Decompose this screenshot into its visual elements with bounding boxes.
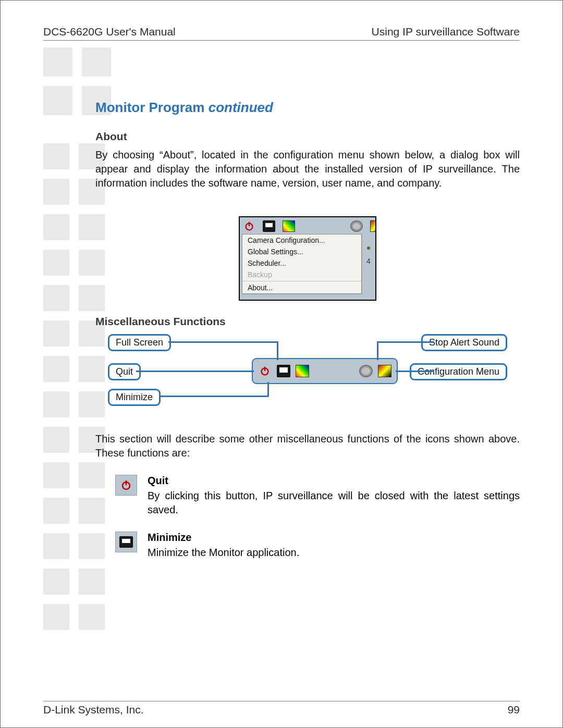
monitor-icon [277,365,290,377]
menu-item[interactable]: About... [242,282,361,293]
about-text: By choosing “About”, located in the conf… [95,148,520,190]
toolbar-strip [252,358,398,384]
callout-diagram: Full Screen Quit Minimize Stop Alert Sou… [95,334,520,417]
footer-left: D-Link Systems, Inc. [43,704,144,716]
content: Monitor Program continued About By choos… [95,100,520,560]
footer-rule [43,701,520,701]
function-text: Minimize the Monitor application. [148,546,520,560]
function-title: Quit [148,475,520,487]
connector [159,396,268,397]
page-number: 99 [508,704,520,716]
callout-minimize: Minimize [108,389,161,406]
power-icon [115,475,137,496]
power-icon [258,365,272,377]
menu-item-disabled: Backup [242,269,361,280]
function-quit: Quit By clicking this button, IP surveil… [95,475,520,517]
config-dropdown: Camera Configuration... Global Settings.… [242,234,362,294]
menu-item[interactable]: Scheduler... [242,257,361,269]
menu-item[interactable]: Global Settings... [242,246,361,257]
connector [168,341,278,343]
connector [377,341,434,343]
config-menu-screenshot: 4 Camera Configuration... Global Setting… [239,216,376,301]
about-heading: About [95,130,520,143]
monitor-icon [115,532,137,552]
monitor-icon [263,220,275,232]
header-rule [43,40,520,41]
toolbar [243,220,376,232]
section-title-suffix: continued [209,100,273,115]
function-minimize: Minimize Minimize the Monitor applicatio… [95,532,520,560]
connector [396,371,434,372]
manual-page: DCS-6620G User's Manual Using IP surveil… [0,0,563,728]
side-dot [367,246,370,250]
rainbow-icon [296,365,309,377]
connector [136,371,254,372]
header-left: DCS-6620G User's Manual [43,26,176,38]
power-icon [243,220,255,232]
alert-animal-icon [370,220,376,232]
rainbow-icon [283,220,295,232]
function-text: By clicking this button, IP surveillance… [148,489,520,517]
gear-icon [350,220,363,232]
misc-text: This section will describe some other mi… [95,432,520,460]
function-title: Minimize [148,532,520,544]
menu-item[interactable]: Camera Configuration... [242,235,361,246]
alert-animal-icon [378,365,391,377]
misc-heading: Miscellaneous Functions [95,315,520,328]
connector [377,341,378,360]
section-title-main: Monitor Program [95,100,209,115]
side-number: 4 [365,257,372,265]
menu-divider [242,281,361,281]
connector [277,341,278,360]
connector [267,382,269,397]
section-title: Monitor Program continued [95,100,520,116]
gear-icon [359,365,373,377]
callout-full-screen: Full Screen [108,334,171,351]
header-right: Using IP surveillance Software [372,26,520,38]
